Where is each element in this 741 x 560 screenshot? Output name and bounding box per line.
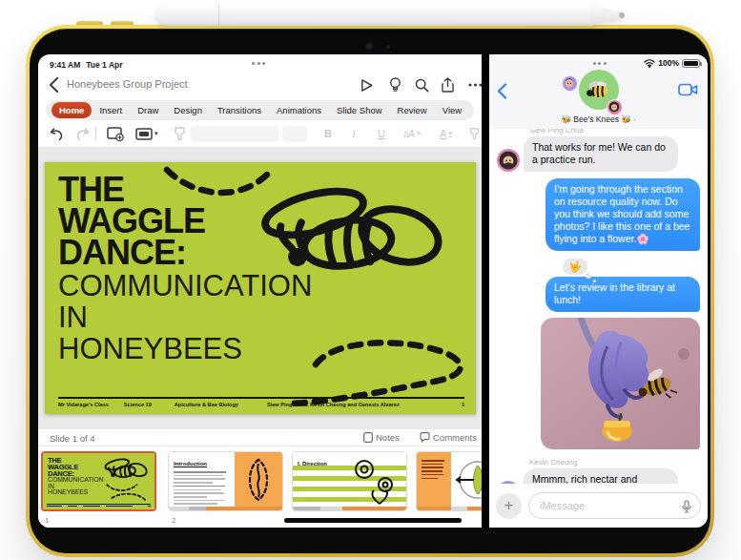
font-size-field[interactable]: [282, 126, 307, 142]
play-button[interactable]: [357, 75, 376, 94]
slide-footer-authors: Siew Ping Chua, Kevin Cheong and Genesis…: [267, 402, 400, 407]
messages-back-chevron-icon[interactable]: [497, 83, 507, 103]
split-view-divider[interactable]: [482, 54, 489, 528]
plus-button[interactable]: +: [496, 493, 522, 519]
keynote-tab-bar: Home Insert Draw Design Transitions Anim…: [46, 100, 474, 120]
tapback-reaction[interactable]: 🤟: [563, 259, 587, 275]
text-color-button[interactable]: A▾: [440, 124, 452, 143]
message-bubble[interactable]: That works for me! We can do a practice …: [524, 136, 678, 172]
search-icon[interactable]: [412, 75, 431, 94]
slide-thumbnail-2[interactable]: Introduction: [168, 451, 283, 511]
tab-design[interactable]: Design: [166, 102, 210, 118]
group-name[interactable]: 🐝 Bee’s Knees 🐝›: [489, 114, 708, 124]
front-camera: [365, 42, 375, 52]
messages-app: 100%: [489, 54, 708, 528]
apple-pencil-body: [155, 4, 592, 26]
slide-canvas[interactable]: THE WAGGLE DANCE: COMMUNICATION IN HONEY…: [45, 162, 476, 414]
comments-button[interactable]: Comments: [420, 432, 477, 443]
add-slide-icon[interactable]: [107, 124, 124, 143]
slide-layout-icon[interactable]: ▾: [135, 124, 158, 143]
bold-button[interactable]: B: [324, 124, 332, 143]
bee-flower-photo: [541, 318, 700, 449]
scene: 9:41 AMTue 1 Apr Honeybees Group Project: [0, 0, 741, 560]
thumbnail-bee-doodle: [102, 456, 152, 483]
document-title[interactable]: Honeybees Group Project: [67, 78, 188, 90]
ipad-bezel: 9:41 AMTue 1 Apr Honeybees Group Project: [30, 29, 710, 553]
sender-label: Siew Ping Chua: [529, 129, 700, 135]
undo-icon[interactable]: [50, 124, 63, 143]
message-bubble[interactable]: Mmmm, rich nectar and pollen.: [524, 468, 678, 484]
slide-subtitle[interactable]: COMMUNICATION IN HONEYBEES: [58, 270, 312, 364]
thumbnail-2-title: Introduction: [174, 461, 207, 467]
imessage-input-wrap: [528, 492, 701, 519]
tab-view[interactable]: View: [435, 102, 469, 118]
tab-insert[interactable]: Insert: [92, 102, 130, 118]
tab-transitions[interactable]: Transitions: [210, 102, 269, 118]
bee-avatar-icon: [585, 79, 613, 100]
slide-footer-course: Science 10: [124, 402, 152, 407]
camera-sensor-dot: [386, 45, 390, 49]
notes-button[interactable]: Notes: [363, 432, 400, 443]
slide-footer-teacher: Mr Vidarage’s Class: [58, 402, 109, 407]
slide-editor-canvas[interactable]: THE WAGGLE DANCE: COMMUNICATION IN HONEY…: [38, 148, 482, 429]
apple-pencil-seam: [218, 4, 219, 26]
rehearse-lightbulb-icon[interactable]: [385, 75, 404, 94]
underline-button[interactable]: U: [378, 124, 385, 143]
slide-footer: Mr Vidarage’s Class Science 10 Apicultur…: [58, 397, 464, 407]
tab-home[interactable]: Home: [51, 102, 92, 118]
wifi-icon: [644, 59, 655, 68]
thumbnail-4-preview: [417, 452, 482, 510]
redo-icon[interactable]: [76, 124, 90, 143]
slide-thumbnail-4[interactable]: [416, 451, 482, 511]
status-time: 9:41 AM: [50, 60, 80, 70]
paint-format-icon[interactable]: [469, 124, 480, 143]
battery-percent: 100%: [658, 58, 679, 68]
imessage-input[interactable]: [529, 500, 700, 511]
keynote-app: 9:41 AMTue 1 Apr Honeybees Group Project: [38, 54, 482, 528]
back-chevron-icon[interactable]: [44, 75, 63, 94]
slide-footer-page-number: 1: [462, 402, 464, 407]
avatar-kevin-cheong[interactable]: [497, 481, 520, 484]
notes-icon: [363, 432, 373, 443]
toolbar-divider: [95, 127, 96, 141]
slide-title[interactable]: THE WAGGLE DANCE:: [58, 174, 205, 268]
home-indicator[interactable]: [284, 518, 462, 523]
thumbnail-1-preview: THE WAGGLE DANCE: COMMUNICATION IN HONEY…: [43, 453, 154, 509]
messages-header: 100%: [489, 54, 708, 129]
sender-label: Kevin Cheong: [529, 458, 700, 467]
slide-thumbnail-strip: THE WAGGLE DANCE: COMMUNICATION IN HONEY…: [38, 446, 482, 528]
conversation-area[interactable]: Siew Ping Chua That works for me! We can…: [489, 129, 708, 484]
status-date: Tue 1 Apr: [86, 60, 122, 70]
thumbnail-2-number: 2: [172, 516, 175, 525]
ipad-device: 9:41 AMTue 1 Apr Honeybees Group Project: [26, 25, 714, 557]
slide-counter: Slide 1 of 4: [50, 433, 95, 444]
multitasking-dots[interactable]: [252, 62, 265, 65]
text-style-button[interactable]: aA▾: [403, 124, 421, 143]
apple-pencil: [155, 4, 625, 27]
format-brush-icon[interactable]: [174, 124, 186, 143]
tab-draw[interactable]: Draw: [130, 102, 166, 118]
message-bubble[interactable]: Let’s review in the library at lunch!: [545, 277, 700, 312]
font-name-field[interactable]: [191, 126, 278, 142]
keynote-nav-bar: Honeybees Group Project: [38, 72, 482, 98]
thumbnail-1-number: 1: [45, 516, 49, 525]
slide-footer-unit: Apiculture & Bee Biology: [175, 402, 238, 407]
tab-slide-show[interactable]: Slide Show: [329, 102, 390, 118]
thumbnail-dash-doodle: [101, 480, 153, 505]
battery-icon: [682, 59, 700, 68]
slide-thumbnail-1[interactable]: THE WAGGLE DANCE: COMMUNICATION IN HONEY…: [41, 451, 156, 511]
slide-thumbnail-3[interactable]: I. Direction: [292, 451, 407, 511]
italic-button[interactable]: I: [352, 124, 356, 143]
share-icon[interactable]: [438, 75, 457, 94]
group-chevron-icon: ›: [633, 115, 636, 124]
microphone-icon[interactable]: [682, 500, 691, 517]
avatar-siew-ping-chua[interactable]: [497, 149, 520, 172]
tab-animations[interactable]: Animations: [269, 102, 329, 118]
tab-review[interactable]: Review: [390, 102, 435, 118]
status-bar-left: 9:41 AMTue 1 Apr: [38, 54, 482, 72]
photo-message[interactable]: [541, 318, 700, 449]
message-bubble[interactable]: I’m going through the section on resourc…: [545, 178, 700, 251]
multitasking-dots[interactable]: [593, 62, 607, 65]
facetime-video-icon[interactable]: [678, 83, 698, 100]
received-message-row: Mmmm, rich nectar and pollen.: [497, 468, 700, 484]
